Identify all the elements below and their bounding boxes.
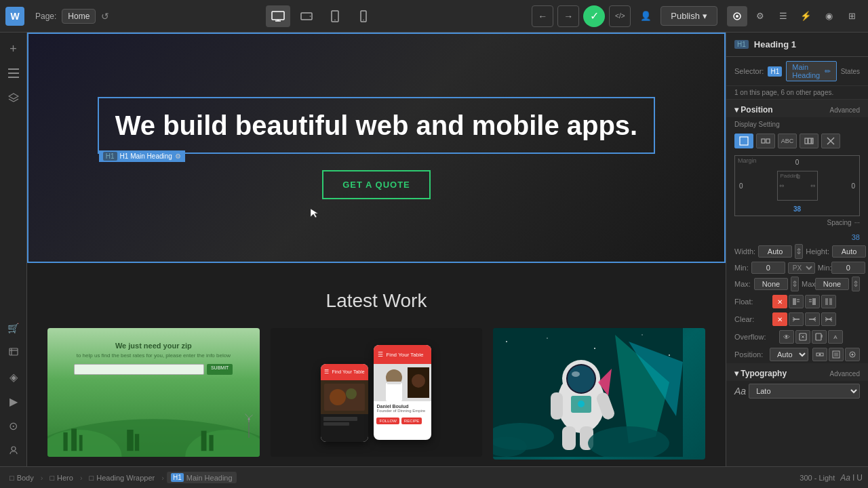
bottom-bar: □ Body › □ Hero › □ Heading Wrapper › H1… [0, 466, 868, 488]
work-card-1[interactable]: We just need your zip to help us find th… [47, 328, 260, 457]
bottom-bold-btn[interactable]: I [852, 473, 854, 483]
ecommerce-btn[interactable]: 🛒 [3, 317, 24, 339]
layers-btn[interactable] [3, 87, 24, 108]
work-card-3[interactable] [493, 328, 705, 460]
selector-tag[interactable]: Main Heading ✏ [786, 61, 836, 81]
svg-point-102 [819, 354, 821, 356]
pos-icon-3[interactable] [845, 348, 860, 361]
float-both-btn[interactable] [821, 295, 836, 308]
undo-btn[interactable]: ← [532, 5, 553, 27]
mobile-device-btn[interactable] [351, 5, 376, 27]
min-height-input[interactable] [831, 262, 865, 274]
breadcrumb-body[interactable]: □ Body [5, 472, 38, 483]
states-btn[interactable]: States [841, 68, 860, 75]
max-width-input[interactable] [754, 278, 788, 290]
tablet-portrait-btn[interactable] [323, 5, 347, 27]
collapse-icon[interactable]: ▾ [734, 105, 738, 115]
display-block-btn[interactable] [734, 134, 753, 148]
typo-collapse-icon[interactable]: ▾ [734, 369, 738, 378]
selector-info: 1 on this page, 6 on other pages. [726, 86, 868, 100]
navigator-btn[interactable] [3, 62, 24, 84]
canvas: We build beautiful web and mobile apps. … [27, 33, 726, 466]
city-skyline-svg [47, 403, 260, 457]
work-card-2[interactable]: ☰ Find Your Table [271, 328, 483, 457]
heading-h1-badge: H1 [171, 473, 184, 482]
layout-panel-btn[interactable]: ☰ [773, 6, 793, 26]
chef-image-area [374, 364, 431, 401]
right-panel-icons: ⚙ ☰ ⚡ ◉ ⊞ [727, 6, 863, 26]
clear-both-btn[interactable] [821, 312, 836, 326]
bottom-italic-btn[interactable]: Aa [840, 473, 850, 483]
media-btn[interactable]: ▶ [3, 390, 24, 412]
display-flex-btn[interactable] [800, 134, 818, 148]
min-width-input[interactable] [751, 262, 785, 274]
add-element-btn[interactable]: + [3, 38, 24, 60]
display-none-btn[interactable] [821, 134, 840, 148]
more-btn[interactable]: ⊞ [842, 6, 863, 26]
margin-left-value[interactable]: 0 [739, 182, 743, 190]
pos-icon-2[interactable] [829, 348, 844, 361]
clear-none-btn[interactable]: ✕ [772, 312, 787, 326]
clear-left-btn[interactable] [789, 312, 804, 326]
styles-panel-btn[interactable] [727, 6, 747, 26]
display-inline-block-btn[interactable] [756, 134, 775, 148]
edit-icon[interactable]: ✏ [825, 67, 831, 76]
code-view-btn[interactable]: </> [609, 5, 631, 27]
rs-element-header: H1 Heading 1 [726, 33, 868, 57]
min-width-unit-select[interactable]: PX [788, 262, 815, 274]
settings-panel-btn[interactable]: ⚙ [750, 6, 770, 26]
bottom-underline-btn[interactable]: U [856, 473, 863, 483]
breadcrumb-hero[interactable]: □ Hero [45, 472, 77, 483]
max-height-input[interactable] [815, 278, 849, 290]
overflow-auto-btn[interactable]: A [828, 330, 843, 344]
float-right-btn[interactable] [805, 295, 820, 308]
typography-advanced-btn[interactable]: Advanced [830, 370, 860, 378]
save-status-btn[interactable]: ✓ [583, 5, 605, 27]
overflow-scroll-btn[interactable] [812, 330, 827, 344]
clear-right-btn[interactable] [805, 312, 820, 326]
components-btn[interactable]: ◈ [3, 366, 24, 388]
page-label: Page: [35, 12, 56, 21]
display-inline-btn[interactable]: ABC [778, 134, 797, 148]
page-name[interactable]: Home [62, 9, 96, 24]
breadcrumb-wrapper[interactable]: □ Heading Wrapper [85, 472, 159, 483]
max-width-unit-btn[interactable]: ⇕ [791, 277, 799, 291]
redo-btn[interactable]: → [557, 5, 579, 27]
pos-icon-1[interactable] [812, 348, 827, 361]
svg-rect-77 [793, 298, 796, 305]
green-input-row: SUBMIT [74, 364, 233, 375]
height-input[interactable] [832, 245, 866, 258]
account-btn[interactable]: 👤 [635, 5, 656, 27]
interactions-btn[interactable]: ⚡ [796, 6, 816, 26]
publish-btn[interactable]: Publish ▾ [660, 6, 717, 26]
svg-point-57 [568, 365, 595, 392]
refresh-icon[interactable]: ↺ [101, 11, 109, 22]
cms-btn[interactable] [3, 342, 24, 363]
position-select[interactable]: Auto [770, 348, 808, 361]
margin-right-value[interactable]: 0 [851, 182, 855, 190]
margin-top-value[interactable]: 0 [795, 159, 800, 166]
clear-options: ✕ [772, 312, 836, 326]
overflow-hidden-btn[interactable] [795, 330, 810, 344]
heading-tag[interactable]: H1 H1 Main Heading ⚙ [99, 150, 185, 162]
cta-button[interactable]: GET A QUOTE [322, 170, 431, 199]
margin-bottom-value[interactable]: 38 [793, 205, 801, 213]
margin-bottom-big-value[interactable]: 38 [852, 233, 860, 241]
svg-rect-28 [135, 434, 139, 451]
desktop-device-btn[interactable] [266, 5, 290, 27]
spacing-more-btn[interactable]: ··· [854, 219, 860, 226]
integrations-btn[interactable]: ⊙ [3, 415, 24, 436]
breadcrumb-heading[interactable]: H1 Main Heading [167, 472, 237, 483]
max-height-unit-btn[interactable]: ⇕ [852, 277, 860, 291]
position-advanced-btn[interactable]: Advanced [830, 106, 860, 114]
assets-btn[interactable]: ◉ [819, 6, 840, 26]
float-none-btn[interactable]: ✕ [772, 295, 787, 308]
overflow-visible-btn[interactable]: 👁 [779, 330, 794, 344]
tablet-landscape-btn[interactable] [294, 5, 319, 27]
width-unit-btn[interactable]: ⇕ [795, 244, 803, 259]
account-settings-btn[interactable] [3, 439, 24, 461]
float-left-btn[interactable] [789, 295, 804, 308]
settings-gear-icon[interactable]: ⚙ [175, 152, 181, 160]
width-input[interactable] [758, 245, 792, 258]
font-family-select[interactable]: Lato [749, 384, 860, 399]
